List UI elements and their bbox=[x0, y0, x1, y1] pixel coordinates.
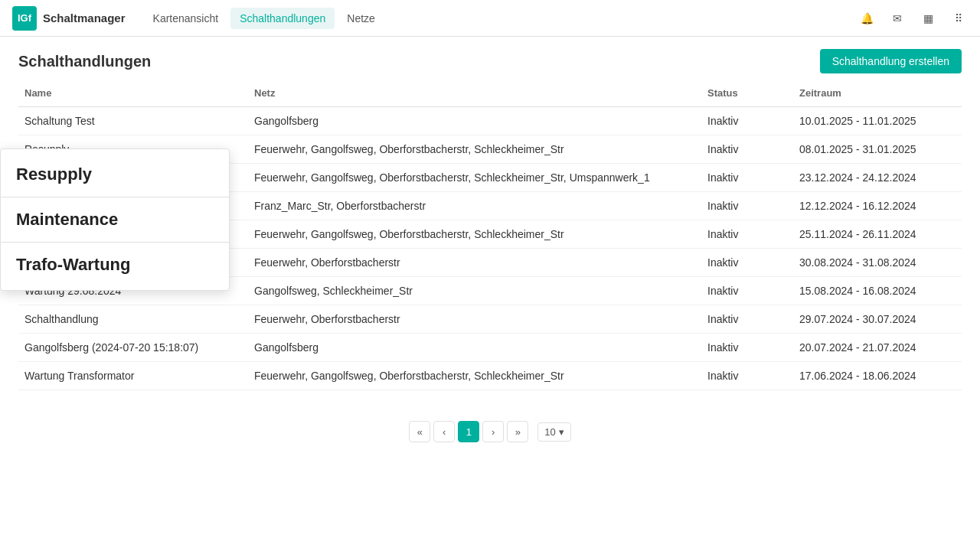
cell-zeitraum: 08.01.2025 - 31.01.2025 bbox=[793, 135, 962, 164]
app-logo: IGf Schaltmanager bbox=[12, 6, 126, 31]
cell-zeitraum: 25.11.2024 - 26.11.2024 bbox=[793, 220, 962, 249]
per-page-select[interactable]: 10 ▾ bbox=[537, 422, 570, 442]
create-button[interactable]: Schalthandlung erstellen bbox=[820, 49, 962, 73]
cell-status: Inaktiv bbox=[701, 277, 793, 305]
cell-netz: Feuerwehr, Gangolfsweg, Oberforstbachers… bbox=[248, 362, 701, 390]
cell-netz: Gangolfsberg bbox=[248, 334, 701, 362]
cell-netz: Feuerwehr, Gangolfsweg, Oberforstbachers… bbox=[248, 220, 701, 249]
cell-name: Gangolfsberg (2024-07-20 15:18:07) bbox=[18, 334, 248, 362]
top-navigation: IGf Schaltmanager Kartenansicht Schaltha… bbox=[0, 0, 980, 37]
cell-zeitraum: 20.07.2024 - 21.07.2024 bbox=[793, 334, 962, 362]
cell-zeitraum: 15.08.2024 - 16.08.2024 bbox=[793, 277, 962, 305]
mail-icon[interactable]: ✉ bbox=[888, 9, 906, 28]
name-dropdown[interactable]: Resupply Maintenance Trafo-Wartung bbox=[0, 148, 230, 291]
pagination-page-1[interactable]: 1 bbox=[458, 421, 479, 442]
cell-netz: Gangolfsberg bbox=[248, 107, 701, 135]
cell-netz: Feuerwehr, Gangolfsweg, Oberforstbachers… bbox=[248, 135, 701, 164]
table-row[interactable]: Wartung Transformator Feuerwehr, Gangolf… bbox=[18, 362, 962, 390]
topnav-right: 🔔 ✉ ▦ ⠿ bbox=[858, 9, 968, 28]
cell-zeitraum: 29.07.2024 - 30.07.2024 bbox=[793, 305, 962, 334]
cell-name: Schaltung Test bbox=[18, 107, 248, 135]
col-header-name: Name bbox=[18, 80, 248, 107]
dropdown-item-maintenance[interactable]: Maintenance bbox=[1, 201, 229, 239]
cell-netz: Feuerwehr, Gangolfsweg, Oberforstbachers… bbox=[248, 164, 701, 192]
cell-netz: Gangolfsweg, Schleckheimer_Str bbox=[248, 277, 701, 305]
app-title: Schaltmanager bbox=[43, 11, 126, 24]
cell-zeitraum: 10.01.2025 - 11.01.2025 bbox=[793, 107, 962, 135]
chevron-down-icon: ▾ bbox=[559, 426, 564, 438]
nav-netze[interactable]: Netze bbox=[338, 8, 384, 29]
dropdown-divider-2 bbox=[1, 242, 229, 243]
per-page-value: 10 bbox=[544, 426, 555, 438]
pagination: « ‹ 1 › » 10 ▾ bbox=[0, 409, 980, 455]
cell-status: Inaktiv bbox=[701, 305, 793, 334]
logo-icon: IGf bbox=[12, 6, 37, 31]
cell-zeitraum: 12.12.2024 - 16.12.2024 bbox=[793, 192, 962, 220]
cell-netz: Feuerwehr, Oberforstbacherstr bbox=[248, 305, 701, 334]
table-container: Resupply Maintenance Trafo-Wartung Name … bbox=[0, 80, 980, 390]
col-header-netz: Netz bbox=[248, 80, 701, 107]
bell-icon[interactable]: 🔔 bbox=[858, 9, 876, 28]
pagination-prev[interactable]: ‹ bbox=[433, 421, 455, 442]
nav-items: Kartenansicht Schalthandlungen Netze bbox=[144, 8, 384, 29]
cell-status: Inaktiv bbox=[701, 362, 793, 390]
table-row[interactable]: Gangolfsberg (2024-07-20 15:18:07) Gango… bbox=[18, 334, 962, 362]
cell-zeitraum: 23.12.2024 - 24.12.2024 bbox=[793, 164, 962, 192]
cell-name: Wartung Transformator bbox=[18, 362, 248, 390]
table-header-row: Name Netz Status Zeitraum bbox=[18, 80, 962, 107]
apps-icon[interactable]: ⠿ bbox=[949, 9, 968, 28]
dropdown-item-trafo[interactable]: Trafo-Wartung bbox=[1, 246, 229, 284]
cell-status: Inaktiv bbox=[701, 334, 793, 362]
cell-netz: Feuerwehr, Oberforstbacherstr bbox=[248, 249, 701, 277]
cell-status: Inaktiv bbox=[701, 192, 793, 220]
cell-status: Inaktiv bbox=[701, 164, 793, 192]
table-row[interactable]: Schalthandlung Feuerwehr, Oberforstbache… bbox=[18, 305, 962, 334]
pagination-next[interactable]: › bbox=[482, 421, 504, 442]
cell-status: Inaktiv bbox=[701, 220, 793, 249]
dropdown-divider-1 bbox=[1, 197, 229, 197]
nav-kartenansicht[interactable]: Kartenansicht bbox=[144, 8, 228, 29]
table-row[interactable]: Schaltung Test Gangolfsberg Inaktiv 10.0… bbox=[18, 107, 962, 135]
col-header-zeitraum: Zeitraum bbox=[793, 80, 962, 107]
pagination-last[interactable]: » bbox=[507, 421, 528, 442]
cell-netz: Franz_Marc_Str, Oberforstbacherstr bbox=[248, 192, 701, 220]
grid-icon[interactable]: ▦ bbox=[919, 9, 937, 28]
nav-schalthandlungen[interactable]: Schalthandlungen bbox=[230, 8, 335, 29]
cell-zeitraum: 17.06.2024 - 18.06.2024 bbox=[793, 362, 962, 390]
cell-name: Schalthandlung bbox=[18, 305, 248, 334]
cell-status: Inaktiv bbox=[701, 135, 793, 164]
page-title: Schalthandlungen bbox=[18, 53, 151, 70]
cell-status: Inaktiv bbox=[701, 249, 793, 277]
page-header: Schalthandlungen Schalthandlung erstelle… bbox=[0, 37, 980, 80]
cell-status: Inaktiv bbox=[701, 107, 793, 135]
cell-zeitraum: 30.08.2024 - 31.08.2024 bbox=[793, 249, 962, 277]
pagination-first[interactable]: « bbox=[409, 421, 430, 442]
dropdown-item-resupply[interactable]: Resupply bbox=[1, 155, 229, 194]
col-header-status: Status bbox=[701, 80, 793, 107]
